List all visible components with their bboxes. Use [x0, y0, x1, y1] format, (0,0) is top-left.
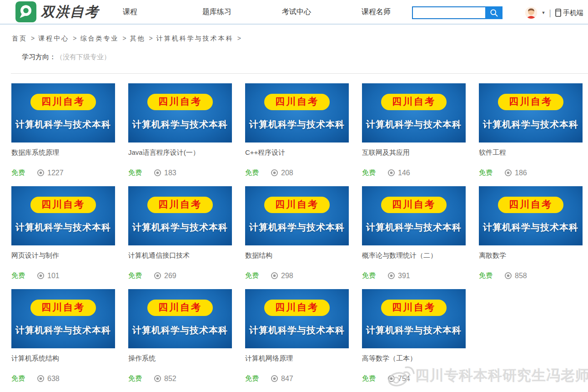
course-meta: 免费 183: [128, 168, 232, 177]
eye-icon: [37, 169, 45, 177]
course-title[interactable]: 计算机网络原理: [245, 354, 349, 363]
course-meta: 免费 858: [479, 271, 583, 280]
course-card[interactable]: 四川自考 计算机科学与技术本科 离散数学 免费 858: [479, 186, 583, 280]
thumbnail-caption: 计算机科学与技术本科: [366, 324, 462, 336]
course-card[interactable]: 四川自考 计算机科学与技术本科 数据结构 免费 298: [245, 186, 349, 280]
thumbnail-caption: 计算机科学与技术本科: [249, 324, 345, 336]
vertical-divider: |: [549, 8, 551, 18]
breadcrumb-link[interactable]: 课程中心: [38, 35, 69, 42]
nav-item-question-bank[interactable]: 题库练习: [202, 7, 282, 17]
course-thumbnail[interactable]: 四川自考 计算机科学与技术本科: [362, 83, 466, 143]
thumbnail-badge: 四川自考: [381, 197, 447, 213]
course-title[interactable]: 计算机通信接口技术: [128, 251, 232, 260]
course-thumbnail[interactable]: 四川自考 计算机科学与技术本科: [11, 186, 115, 245]
view-count: 208: [271, 169, 293, 177]
study-direction-row: 学习方向：（没有下级专业）: [22, 53, 588, 61]
course-title[interactable]: 高等数学（工本）: [362, 354, 466, 363]
mobile-version-link[interactable]: 手机端: [555, 9, 583, 17]
price-label: 免费: [479, 271, 493, 280]
search-button[interactable]: [485, 6, 503, 19]
course-title[interactable]: 概率论与数理统计（二）: [362, 251, 466, 260]
thumbnail-caption: 计算机科学与技术本科: [132, 221, 228, 234]
course-thumbnail[interactable]: 四川自考 计算机科学与技术本科: [362, 289, 466, 348]
course-thumbnail[interactable]: 四川自考 计算机科学与技术本科: [245, 186, 349, 245]
course-thumbnail[interactable]: 四川自考 计算机科学与技术本科: [128, 186, 232, 245]
thumbnail-badge: 四川自考: [147, 300, 213, 316]
course-meta: 免费 638: [11, 374, 115, 383]
course-meta: 免费 754: [362, 374, 466, 383]
course-title[interactable]: 离散数学: [479, 251, 583, 260]
thumbnail-caption: 计算机科学与技术本科: [15, 118, 111, 131]
course-title[interactable]: 互联网及其应用: [362, 148, 466, 157]
course-title[interactable]: 网页设计与制作: [11, 251, 115, 260]
course-thumbnail[interactable]: 四川自考 计算机科学与技术本科: [11, 289, 115, 348]
breadcrumb-link[interactable]: 首页: [12, 35, 27, 42]
view-count: 391: [387, 272, 410, 280]
thumbnail-badge: 四川自考: [30, 300, 96, 316]
course-card[interactable]: 四川自考 计算机科学与技术本科 高等数学（工本） 免费 754: [362, 289, 466, 383]
avatar[interactable]: [525, 7, 537, 19]
course-title[interactable]: C++程序设计: [245, 148, 349, 157]
course-thumbnail[interactable]: 四川自考 计算机科学与技术本科: [245, 289, 349, 348]
view-count: 754: [387, 375, 410, 383]
course-card[interactable]: 四川自考 计算机科学与技术本科 计算机网络原理 免费 847: [245, 289, 349, 383]
view-count: 186: [504, 169, 527, 177]
course-card[interactable]: 四川自考 计算机科学与技术本科 计算机系统结构 免费 638: [11, 289, 115, 383]
course-thumbnail[interactable]: 四川自考 计算机科学与技术本科: [479, 186, 583, 245]
view-count: 852: [154, 375, 176, 383]
course-card[interactable]: 四川自考 计算机科学与技术本科 概率论与数理统计（二） 免费 391: [362, 186, 466, 280]
course-card[interactable]: 四川自考 计算机科学与技术本科 Java语言程序设计(一） 免费 183: [128, 83, 232, 177]
search-bar: [412, 6, 503, 19]
site-logo[interactable]: 双洪自考: [15, 1, 99, 22]
course-title[interactable]: 软件工程: [479, 148, 583, 157]
course-card[interactable]: 四川自考 计算机科学与技术本科 计算机通信接口技术 免费 269: [128, 186, 232, 280]
course-thumbnail[interactable]: 四川自考 计算机科学与技术本科: [479, 83, 583, 143]
eye-icon: [154, 375, 161, 382]
course-card[interactable]: 四川自考 计算机科学与技术本科 互联网及其应用 免费 146: [362, 83, 466, 177]
view-count: 298: [271, 272, 293, 280]
breadcrumb-link[interactable]: 其他: [130, 35, 146, 42]
thumbnail-badge: 四川自考: [30, 197, 96, 213]
course-meta: 免费 852: [128, 374, 232, 383]
course-card[interactable]: 四川自考 计算机科学与技术本科 软件工程 免费 186: [479, 83, 583, 177]
course-thumbnail[interactable]: 四川自考 计算机科学与技术本科: [362, 186, 466, 245]
thumbnail-badge: 四川自考: [264, 94, 330, 110]
course-title[interactable]: 计算机系统结构: [11, 354, 115, 363]
thumbnail-badge: 四川自考: [498, 94, 563, 110]
course-card[interactable]: 四川自考 计算机科学与技术本科 网页设计与制作 免费 101: [11, 186, 115, 280]
view-count-number: 754: [398, 375, 410, 383]
course-title[interactable]: 数据库系统原理: [11, 148, 115, 157]
phone-icon: [555, 9, 561, 17]
eye-icon: [271, 169, 278, 177]
course-meta: 免费 269: [128, 271, 232, 280]
chevron-down-icon[interactable]: ▼: [541, 10, 545, 15]
breadcrumb-link[interactable]: 综合类专业: [80, 35, 119, 42]
breadcrumb: 首页>课程中心>综合类专业>其他>计算机科学与技术本科>: [0, 25, 588, 43]
course-title[interactable]: Java语言程序设计(一）: [128, 148, 232, 157]
view-count-number: 847: [281, 375, 293, 383]
course-card[interactable]: 四川自考 计算机科学与技术本科 操作系统 免费 852: [128, 289, 232, 383]
view-count: 638: [37, 375, 60, 383]
course-title[interactable]: 数据结构: [245, 251, 349, 260]
course-title[interactable]: 操作系统: [128, 354, 232, 363]
course-meta: 免费 101: [11, 271, 115, 280]
course-thumbnail[interactable]: 四川自考 计算机科学与技术本科: [128, 289, 232, 348]
price-label: 免费: [245, 168, 259, 177]
course-thumbnail[interactable]: 四川自考 计算机科学与技术本科: [11, 83, 115, 143]
nav-item-courses[interactable]: 课程: [123, 7, 202, 17]
course-card[interactable]: 四川自考 计算机科学与技术本科 C++程序设计 免费 208: [245, 83, 349, 177]
course-card[interactable]: 四川自考 计算机科学与技术本科 数据库系统原理 免费 1227: [11, 83, 115, 177]
view-count: 847: [271, 375, 293, 383]
course-thumbnail[interactable]: 四川自考 计算机科学与技术本科: [128, 83, 232, 143]
thumbnail-badge: 四川自考: [264, 197, 330, 213]
nav-item-exam-center[interactable]: 考试中心: [282, 7, 362, 17]
course-grid: 四川自考 计算机科学与技术本科 数据库系统原理 免费 1227 四川自考 计算机…: [0, 74, 588, 392]
breadcrumb-link[interactable]: 计算机科学与技术本科: [156, 35, 234, 42]
user-area: ▼ | 手机端: [525, 6, 583, 19]
thumbnail-caption: 计算机科学与技术本科: [132, 118, 228, 131]
course-thumbnail[interactable]: 四川自考 计算机科学与技术本科: [245, 83, 349, 143]
search-input[interactable]: [412, 6, 485, 19]
view-count: 858: [504, 272, 527, 280]
view-count-number: 101: [47, 272, 60, 280]
thumbnail-badge: 四川自考: [381, 94, 447, 110]
